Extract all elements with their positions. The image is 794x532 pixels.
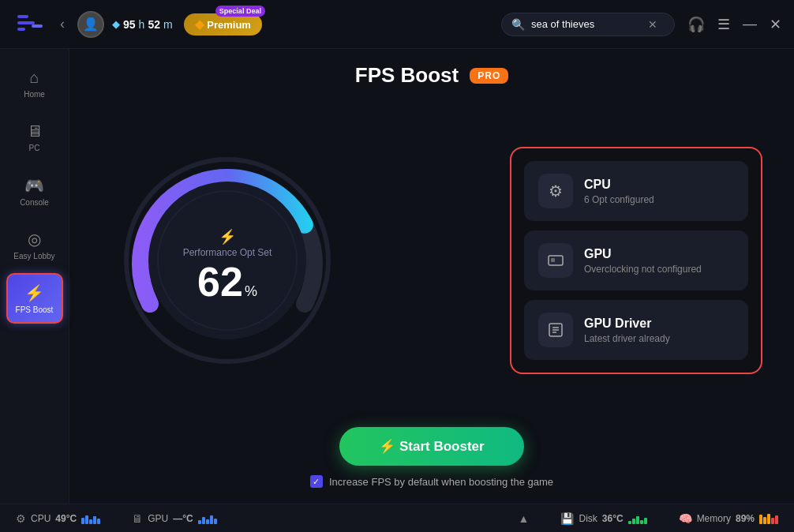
svg-rect-7 (549, 256, 563, 265)
search-icon: 🔍 (511, 18, 525, 31)
bottom-section: ⚡ Start Booster ✓ Increase FPS by defaul… (69, 427, 794, 504)
status-gpu-label: GPU (148, 513, 168, 524)
start-booster-label: ⚡ Start Booster (379, 438, 484, 455)
diamond-icon: ◆ (112, 18, 120, 30)
svg-rect-3 (32, 24, 43, 28)
status-gpu-chart (198, 513, 217, 524)
gpu-title: GPU (584, 247, 702, 261)
cpu-card[interactable]: ⚙ CPU 6 Opt configured (524, 161, 748, 221)
status-gpu-icon: 🖥 (132, 512, 143, 525)
gauge-svg: ⚡ Performance Opt Set 62 % (117, 150, 338, 371)
sidebar-item-console[interactable]: 🎮 Console (6, 166, 63, 216)
gauge-bolt-icon: ⚡ (183, 228, 272, 245)
gauge-value: 62 (197, 261, 243, 302)
home-icon: ⌂ (29, 69, 39, 87)
fps-default-checkbox[interactable]: ✓ (310, 475, 323, 488)
content-area: FPS Boost PRO (69, 49, 794, 504)
avatar[interactable]: 👤 (77, 11, 104, 38)
search-clear-button[interactable]: ✕ (648, 18, 657, 31)
sidebar-item-fps-boost[interactable]: ⚡ FPS Boost (6, 273, 63, 324)
status-memory-label: Memory (697, 513, 731, 524)
premium-label: Premium (207, 19, 251, 31)
minimize-button[interactable]: — (743, 16, 757, 32)
gpu-card[interactable]: GPU Overclocking not configured (524, 230, 748, 290)
sidebar-item-home-label: Home (24, 90, 45, 99)
svg-rect-1 (17, 21, 35, 24)
sidebar-item-easy-lobby-label: Easy Lobby (13, 252, 54, 260)
sidebar-item-home[interactable]: ⌂ Home (6, 58, 63, 109)
xp-mins: 52 (148, 18, 160, 31)
gauge-label: Performance Opt Set (183, 247, 272, 258)
back-button[interactable]: ‹ (54, 11, 71, 37)
xp-hours: 95 (123, 18, 136, 31)
chevron-up-button[interactable]: ▲ (519, 512, 530, 525)
right-panel: ⚙ CPU 6 Opt configured GPU (510, 147, 762, 374)
sidebar-item-fps-boost-label: FPS Boost (16, 305, 54, 314)
status-disk-chart (628, 513, 647, 524)
status-disk-icon: 💾 (560, 512, 574, 525)
special-deal-badge: Special Deal (215, 6, 265, 17)
checkbox-row: ✓ Increase FPS by default when boosting … (310, 475, 553, 488)
user-area: 👤 ◆ 95 h 52 m (77, 11, 173, 38)
sidebar-item-console-label: Console (20, 198, 49, 207)
app-logo (13, 7, 47, 42)
gpu-driver-icon (538, 313, 573, 347)
xp-unit-h: h (139, 18, 145, 31)
menu-button[interactable]: ☰ (717, 16, 730, 33)
pro-badge: PRO (470, 68, 508, 84)
status-memory: 🧠 Memory 89% (679, 512, 778, 525)
cpu-subtitle: 6 Opt configured (584, 194, 654, 205)
status-memory-chart (759, 513, 778, 524)
gpu-info: GPU Overclocking not configured (584, 247, 702, 275)
status-cpu-icon: ⚙ (16, 512, 26, 525)
xp-unit-m: m (163, 18, 173, 31)
status-cpu-chart (81, 513, 100, 524)
fps-boost-icon: ⚡ (24, 283, 44, 302)
gpu-driver-title: GPU Driver (584, 317, 670, 331)
status-cpu-label: CPU (31, 513, 51, 524)
status-disk-value: 36°C (602, 513, 624, 524)
cpu-info: CPU 6 Opt configured (584, 178, 654, 205)
gpu-driver-card[interactable]: GPU Driver Latest driver already (524, 300, 748, 360)
status-memory-value: 89% (736, 513, 755, 524)
top-bar: ‹ 👤 ◆ 95 h 52 m ◆ Premium Special Deal 🔍… (0, 0, 794, 49)
sidebar: ⌂ Home 🖥 PC 🎮 Console ◎ Easy Lobby ⚡ FPS… (0, 49, 69, 504)
status-cpu-value: 49°C (55, 513, 77, 524)
checkbox-label: Increase FPS by default when boosting th… (329, 476, 553, 488)
start-booster-button[interactable]: ⚡ Start Booster (339, 427, 523, 466)
status-bar: ⚙ CPU 49°C 🖥 GPU —°C ▲ 💾 Disk 36°C (0, 504, 794, 532)
sidebar-item-pc[interactable]: 🖥 PC (6, 112, 63, 163)
cpu-title: CPU (584, 178, 654, 192)
svg-rect-8 (551, 258, 555, 262)
gauge-wrapper: ⚡ Performance Opt Set 62 % (117, 150, 338, 371)
pc-icon: 🖥 (27, 122, 43, 140)
status-gpu-value: —°C (173, 513, 193, 524)
center-area: ⚡ Performance Opt Set 62 % ⚙ CPU (69, 94, 794, 427)
gpu-icon (538, 243, 573, 278)
page-title: FPS Boost (355, 63, 459, 88)
main-layout: ⌂ Home 🖥 PC 🎮 Console ◎ Easy Lobby ⚡ FPS… (0, 49, 794, 504)
cpu-icon: ⚙ (538, 174, 573, 208)
search-input[interactable] (531, 18, 642, 30)
status-memory-icon: 🧠 (679, 512, 692, 525)
top-icon-group: 🎧 ☰ — ✕ (687, 16, 781, 33)
sidebar-item-easy-lobby[interactable]: ◎ Easy Lobby (6, 219, 63, 270)
console-icon: 🎮 (24, 176, 44, 195)
close-button[interactable]: ✕ (770, 16, 781, 33)
easy-lobby-icon: ◎ (28, 230, 41, 249)
status-disk-label: Disk (579, 513, 597, 524)
headset-button[interactable]: 🎧 (687, 16, 705, 33)
status-disk: 💾 Disk 36°C (560, 512, 646, 525)
sidebar-item-pc-label: PC (29, 144, 40, 152)
premium-button[interactable]: ◆ Premium Special Deal (184, 13, 262, 36)
gauge-center-text: ⚡ Performance Opt Set 62 % (183, 228, 272, 302)
gpu-driver-info: GPU Driver Latest driver already (584, 317, 670, 344)
svg-rect-2 (17, 28, 25, 31)
page-title-row: FPS Boost PRO (69, 49, 794, 94)
gpu-subtitle: Overclocking not configured (584, 264, 702, 275)
xp-area: ◆ 95 h 52 m (112, 18, 173, 31)
status-cpu: ⚙ CPU 49°C (16, 512, 100, 525)
search-box: 🔍 ✕ (501, 13, 675, 36)
status-gpu: 🖥 GPU —°C (132, 512, 216, 525)
gpu-driver-subtitle: Latest driver already (584, 333, 670, 344)
